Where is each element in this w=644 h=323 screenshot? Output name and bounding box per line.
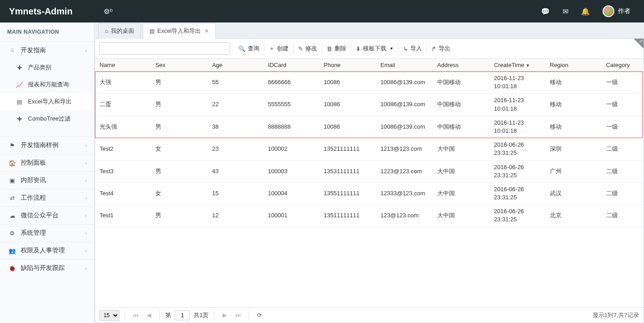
delete-button[interactable]: 🗑删除 — [322, 42, 351, 55]
nav-bugs[interactable]: 🐞 缺陷与开发跟踪 ‹ — [0, 259, 94, 277]
nav-excel-io[interactable]: ▤ Excel导入和导出 — [0, 93, 94, 110]
col-region[interactable]: Region — [545, 59, 602, 72]
cell-sex: 男 — [151, 160, 208, 182]
nav-report-query[interactable]: 📈 报表和万能查询 — [0, 76, 94, 93]
import-button[interactable]: ↳导入 — [398, 42, 426, 55]
nav-sys-mgmt[interactable]: ⚙ 系统管理 ‹ — [0, 224, 94, 242]
chevron-left-icon: ‹ — [85, 265, 87, 271]
pencil-icon: ✎ — [298, 45, 303, 52]
tab-bar: ⌂ 我的桌面 ▤ Excel导入和导出 ✕ — [95, 22, 644, 39]
cell-region: 移动 — [545, 116, 602, 138]
app-logo: Ymnets-Admin — [0, 6, 95, 17]
nav-product-category[interactable]: ✚ 产品类别 — [0, 59, 94, 76]
mail-icon[interactable]: ✉ — [562, 7, 568, 16]
nav-label: Excel导入和导出 — [28, 98, 72, 106]
cell-region: 北京 — [545, 205, 602, 227]
col-idcard[interactable]: IDCard — [263, 59, 319, 72]
col-age[interactable]: Age — [208, 59, 263, 72]
cell-category: 一级 — [602, 72, 644, 94]
avatar — [603, 5, 614, 17]
table-row[interactable]: Test2女23100002135211111111213@123.com大中国… — [95, 138, 644, 160]
bell-icon[interactable]: 🔔 — [581, 7, 590, 16]
chevron-left-icon: ‹ — [85, 143, 87, 148]
topbar: Ymnets-Admin ⚙ᵇ 💬 ✉ 🔔 作者 — [0, 0, 644, 22]
cell-age: 22 — [208, 94, 263, 116]
col-category[interactable]: Category — [602, 59, 644, 72]
cell-age: 12 — [208, 205, 263, 227]
cell-region: 深圳 — [545, 138, 602, 160]
table-row[interactable]: Test4女151000041355111111112333@123.com大中… — [95, 182, 644, 204]
cell-phone: 13551111111 — [319, 182, 376, 204]
nav-dashboard[interactable]: 🏠 控制面板 ‹ — [0, 154, 94, 171]
fullscreen-handle[interactable] — [634, 39, 644, 49]
cell-sex: 男 — [151, 94, 208, 116]
nav-dev-guide[interactable]: ☟ 开发指南 ‹ — [0, 41, 94, 59]
trash-icon: 🗑 — [327, 45, 332, 52]
create-button[interactable]: ＋创建 — [264, 42, 293, 55]
table-row[interactable]: Test3男43100003135311111111223@123.com大中国… — [95, 160, 644, 182]
table-row[interactable]: Test1男1210000113511111111123@123.com大中国2… — [95, 205, 644, 227]
user-menu[interactable]: 作者 — [603, 5, 630, 17]
cell-age: 38 — [208, 116, 263, 138]
table-row[interactable]: 大强男5566666661008610086@139.com中国移动2016-1… — [95, 72, 644, 94]
cell-sex: 女 — [151, 138, 208, 160]
next-page-button[interactable]: ▶ — [220, 310, 230, 320]
search-icon: 🔍 — [238, 45, 245, 52]
tab-desktop[interactable]: ⌂ 我的桌面 — [98, 23, 141, 39]
col-sex[interactable]: Sex — [151, 59, 208, 72]
table-row[interactable]: 二蛋男2255555551008610086@139.com中国移动2016-1… — [95, 94, 644, 116]
page-input[interactable] — [175, 310, 190, 320]
tab-excel-io[interactable]: ▤ Excel导入和导出 ✕ — [143, 23, 216, 39]
template-download-button[interactable]: ⬇模板下载▼ — [351, 42, 398, 55]
cell-email: 123@123.com — [376, 205, 433, 227]
edit-button[interactable]: ✎修改 — [293, 42, 322, 55]
cell-phone: 13511111111 — [319, 205, 376, 227]
cell-address: 大中国 — [433, 182, 490, 204]
cell-address: 大中国 — [433, 205, 490, 227]
cell-createtime: 2016-11-23 10:01:18 — [490, 72, 545, 94]
cell-sex: 女 — [151, 182, 208, 204]
col-createtime[interactable]: CreateTime — [490, 59, 545, 72]
cell-createtime: 2016-06-26 23:31:25 — [490, 160, 545, 182]
cell-idcard: 100002 — [263, 138, 319, 160]
cell-category: 二级 — [602, 138, 644, 160]
page-size-select[interactable]: 15 — [100, 310, 119, 321]
refresh-button[interactable]: ⟳ — [254, 310, 264, 320]
excel-icon: ▤ — [150, 28, 154, 34]
col-phone[interactable]: Phone — [319, 59, 376, 72]
query-button[interactable]: 🔍查询 — [234, 42, 264, 55]
cell-region: 移动 — [545, 72, 602, 94]
col-name[interactable]: Name — [95, 59, 151, 72]
bug-icon: 🐞 — [7, 265, 17, 272]
chat-icon[interactable]: 💬 — [541, 7, 550, 16]
col-address[interactable]: Address — [433, 59, 490, 72]
first-page-button[interactable]: ⏮ — [131, 310, 141, 320]
cell-name: Test3 — [95, 160, 151, 182]
prev-page-button[interactable]: ◀ — [144, 310, 154, 320]
nav-combotree[interactable]: ✚ ComboTree过滤 — [0, 110, 94, 127]
gear-icon[interactable]: ⚙ᵇ — [104, 7, 113, 16]
export-button[interactable]: ↱导出 — [426, 42, 455, 55]
nav-news[interactable]: ▣ 内部资讯 ‹ — [0, 171, 94, 189]
nav-wechat[interactable]: ☁ 微信公众平台 ‹ — [0, 206, 94, 224]
page-prefix: 第 — [165, 311, 171, 319]
cell-email: 1223@123.com — [376, 160, 433, 182]
cell-region: 广州 — [545, 160, 602, 182]
col-email[interactable]: Email — [376, 59, 433, 72]
nav-dev-examples[interactable]: ⚑ 开发指南样例 ‹ — [0, 136, 94, 154]
cell-age: 55 — [208, 72, 263, 94]
download-icon: ⬇ — [356, 45, 361, 52]
last-page-button[interactable]: ⏭ — [233, 310, 243, 320]
cell-phone: 10086 — [319, 72, 376, 94]
search-input[interactable] — [100, 42, 230, 55]
nav-workflow[interactable]: ⇄ 工作流程 ‹ — [0, 189, 94, 206]
cell-email: 10086@139.com — [376, 116, 433, 138]
nav-perm-hr[interactable]: 👥 权限及人事管理 ‹ — [0, 242, 94, 259]
table-row[interactable]: 光头强男3888888881008610086@139.com中国移动2016-… — [95, 116, 644, 138]
pager-info: 显示1到7,共7记录 — [593, 311, 639, 319]
cell-phone: 10086 — [319, 94, 376, 116]
page-total: 共1页 — [194, 311, 209, 319]
chevron-left-icon: ‹ — [85, 195, 87, 201]
close-icon[interactable]: ✕ — [204, 28, 209, 34]
tab-label: 我的桌面 — [111, 27, 134, 35]
